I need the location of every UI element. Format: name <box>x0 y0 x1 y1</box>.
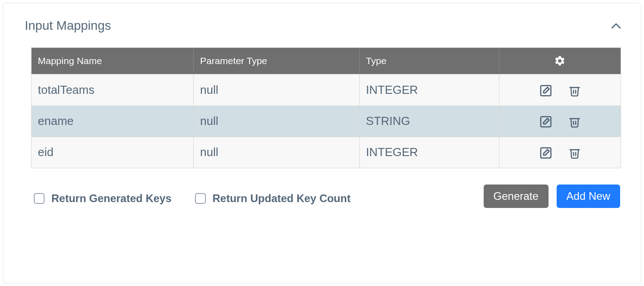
return-updated-count-checkbox[interactable]: Return Updated Key Count <box>193 192 351 205</box>
edit-icon[interactable] <box>539 83 553 97</box>
cell-type: INTEGER <box>359 137 499 168</box>
return-generated-keys-checkbox[interactable]: Return Generated Keys <box>32 192 172 205</box>
panel-title: Input Mappings <box>25 18 111 33</box>
svg-rect-0 <box>541 85 551 96</box>
edit-icon[interactable] <box>539 145 553 160</box>
input-mappings-panel: Input Mappings Mapping Name Parameter Ty… <box>3 3 641 283</box>
cell-actions <box>499 74 621 106</box>
return-generated-keys-label: Return Generated Keys <box>51 192 172 205</box>
svg-rect-3 <box>541 116 551 127</box>
gear-icon <box>554 55 566 65</box>
cell-parameter-type: null <box>194 74 359 106</box>
table-row: totalTeams null INTEGER <box>32 74 621 106</box>
cell-parameter-type: null <box>194 106 359 137</box>
edit-icon[interactable] <box>539 114 553 129</box>
cell-actions <box>499 137 621 168</box>
generate-button[interactable]: Generate <box>484 185 549 208</box>
mappings-table: Mapping Name Parameter Type Type totalTe… <box>31 47 621 168</box>
table-header-row: Mapping Name Parameter Type Type <box>32 48 621 74</box>
table-row: ename null STRING <box>32 106 621 137</box>
cell-mapping-name: totalTeams <box>32 74 194 106</box>
trash-icon[interactable] <box>568 114 581 129</box>
cell-actions <box>499 106 621 137</box>
panel-header: Input Mappings <box>3 3 641 38</box>
add-new-button[interactable]: Add New <box>557 185 620 208</box>
cell-mapping-name: ename <box>32 106 194 137</box>
collapse-icon[interactable] <box>611 19 621 32</box>
trash-icon[interactable] <box>568 145 581 160</box>
cell-type: STRING <box>359 106 499 137</box>
cell-mapping-name: eid <box>32 137 194 168</box>
trash-icon[interactable] <box>568 83 581 97</box>
return-updated-count-label: Return Updated Key Count <box>213 192 351 205</box>
table-row: eid null INTEGER <box>32 137 621 168</box>
svg-rect-6 <box>541 148 551 158</box>
header-mapping-name: Mapping Name <box>32 48 194 74</box>
cell-type: INTEGER <box>359 74 499 106</box>
header-parameter-type: Parameter Type <box>194 48 359 74</box>
return-generated-keys-input[interactable] <box>34 193 45 204</box>
cell-parameter-type: null <box>194 137 359 168</box>
header-actions <box>499 48 621 74</box>
header-type: Type <box>359 48 499 74</box>
return-updated-count-input[interactable] <box>195 193 206 204</box>
panel-body: Mapping Name Parameter Type Type totalTe… <box>3 38 641 205</box>
